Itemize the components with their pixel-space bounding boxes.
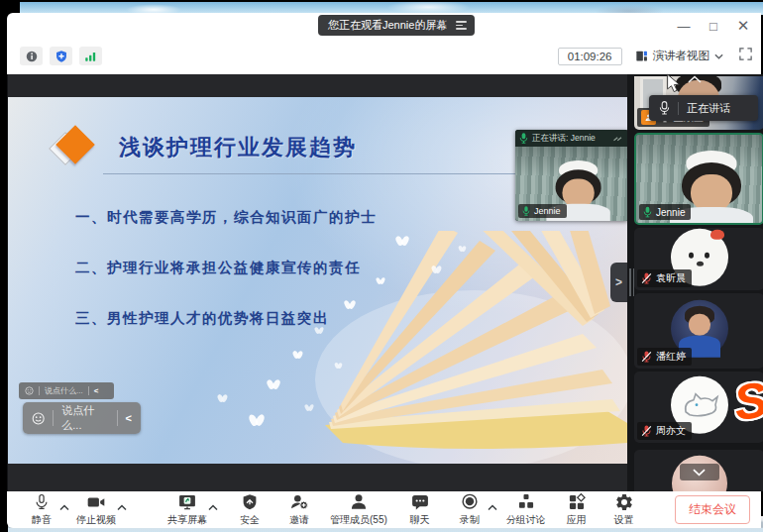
manage-members-button[interactable]: 管理成员(55): [330, 492, 387, 527]
chat-collapse-button[interactable]: <: [126, 412, 132, 424]
screen-share-banner-text: 您正在观看Jennie的屏幕: [328, 18, 447, 33]
scroll-down-button[interactable]: [680, 464, 719, 480]
speaker-name-label: Jennie: [534, 206, 561, 216]
record-button[interactable]: 录制: [453, 492, 487, 527]
butterfly-icon: [396, 236, 408, 246]
mic-muted-icon: [641, 351, 652, 363]
mic-active-icon: [519, 133, 528, 144]
stop-video-button[interactable]: 停止视频: [76, 492, 116, 527]
butterfly-icon: [432, 266, 441, 273]
security-label: 安全: [240, 513, 260, 527]
participant-tile[interactable]: 潘红婷: [634, 293, 763, 369]
shield-icon: [54, 50, 68, 63]
minimize-button[interactable]: —: [674, 19, 694, 34]
speaker-overlay-title: 正在讲话: Jennie: [532, 133, 608, 145]
participant-tile[interactable]: [634, 450, 763, 491]
butterfly-icon: [377, 277, 384, 284]
chat-placeholder[interactable]: 说点什么...: [61, 403, 108, 433]
butterfly-icon: [293, 351, 302, 359]
emoji-icon[interactable]: [32, 411, 45, 426]
mic-icon: [659, 101, 670, 115]
butterfly-icon: [345, 300, 355, 309]
chevron-down-icon: [693, 469, 706, 477]
apps-label: 应用: [567, 513, 587, 527]
invite-person-icon: [289, 492, 309, 512]
settings-label: 设置: [614, 513, 634, 527]
record-options-caret[interactable]: [487, 497, 498, 515]
participant-name: Jennie: [656, 207, 685, 218]
scroll-up-button[interactable]: [688, 69, 702, 87]
video-options-caret[interactable]: [116, 497, 128, 515]
chevron-down-icon: [714, 53, 723, 59]
chat-quick-bar[interactable]: 说点什么... <: [23, 402, 141, 434]
invite-button[interactable]: 邀请: [282, 492, 316, 527]
chat-button[interactable]: 聊天: [403, 492, 437, 527]
record-label: 录制: [460, 513, 480, 527]
chevron-up-icon: [688, 75, 702, 83]
butterfly-icon: [268, 379, 279, 389]
mute-options-caret[interactable]: [58, 497, 70, 515]
close-button[interactable]: ✕: [733, 17, 753, 35]
apps-button[interactable]: 应用: [560, 492, 594, 527]
meeting-timer: 01:09:26: [558, 48, 622, 65]
view-mode-button[interactable]: 演讲者视图: [631, 47, 728, 65]
meeting-toolbar: 静音 停止视频: [7, 491, 761, 528]
speaking-tooltip: 正在讲话: [649, 95, 758, 121]
active-speaker-overlay[interactable]: 正在讲话: Jennie: [515, 130, 627, 221]
mute-button[interactable]: 静音: [25, 492, 58, 527]
meeting-info-button[interactable]: [20, 47, 43, 65]
layout-icon: [635, 50, 648, 62]
emoji-icon[interactable]: [25, 386, 34, 395]
manage-members-label: 管理成员(55): [330, 513, 387, 527]
security-button[interactable]: 安全: [233, 492, 267, 527]
info-icon: [25, 50, 39, 63]
chat-quick-bar-shared[interactable]: 说点什么... <: [19, 382, 114, 399]
security-shield-icon: [241, 492, 259, 512]
mic-muted-icon: [641, 425, 652, 437]
apps-grid-icon: [567, 492, 587, 512]
open-book-illustration: [285, 231, 627, 464]
breakout-label: 分组讨论: [506, 513, 546, 527]
butterfly-icon: [335, 363, 342, 369]
fullscreen-button[interactable]: [736, 46, 755, 66]
participant-tile-speaking[interactable]: Jennie: [634, 133, 763, 225]
banner-menu-icon[interactable]: [456, 21, 467, 30]
meeting-window: 您正在观看Jennie的屏幕 — □ ✕: [7, 13, 761, 516]
end-meeting-button[interactable]: 结束会议: [675, 495, 750, 524]
participant-name: 袁昕晨: [656, 271, 686, 285]
collapse-chevrons-icon[interactable]: [612, 134, 624, 143]
breakout-rooms-button[interactable]: 分组讨论: [506, 492, 546, 527]
mic-muted-icon: [641, 272, 652, 284]
mic-active-icon: [643, 206, 652, 218]
screen-share-banner[interactable]: 您正在观看Jennie的屏幕: [318, 15, 475, 36]
gear-icon: [614, 492, 634, 512]
sidebar-collapse-handle[interactable]: >: [610, 263, 627, 302]
screen: 您正在观看Jennie的屏幕 — □ ✕: [0, 0, 763, 532]
slide-diamond-icon: [52, 125, 97, 170]
window-titlebar: 您正在观看Jennie的屏幕 — □ ✕: [7, 13, 761, 40]
members-icon: [349, 492, 369, 512]
mute-label: 静音: [32, 513, 52, 527]
meeting-statusbar: 01:09:26 演讲者视图: [7, 40, 761, 74]
breakout-icon: [516, 492, 536, 512]
maximize-button[interactable]: □: [704, 19, 723, 34]
security-status-button[interactable]: [50, 47, 72, 65]
shared-screen-panel: 浅谈护理行业发展趋势 一、时代需要高学历，综合知识面广的护士 二、护理行业将承担…: [8, 74, 627, 491]
share-screen-icon: [177, 492, 197, 512]
mouse-cursor: [666, 73, 681, 93]
network-quality-button[interactable]: [79, 47, 102, 65]
participant-tile[interactable]: 袁昕晨: [634, 228, 763, 290]
butterfly-icon: [305, 404, 313, 411]
view-mode-label: 演讲者视图: [653, 49, 710, 63]
share-options-caret[interactable]: [207, 497, 219, 515]
chat-placeholder[interactable]: 说点什么...: [45, 385, 83, 396]
mic-icon: [33, 492, 51, 512]
share-screen-button[interactable]: 共享屏幕: [167, 492, 207, 527]
chat-label: 聊天: [410, 513, 430, 527]
share-screen-label: 共享屏幕: [167, 513, 207, 527]
settings-button[interactable]: 设置: [607, 492, 641, 527]
chat-collapse-button[interactable]: <: [94, 386, 99, 395]
butterfly-icon: [218, 394, 227, 402]
chat-bubble-icon: [410, 492, 430, 512]
slide-title: 浅谈护理行业发展趋势: [119, 133, 357, 162]
